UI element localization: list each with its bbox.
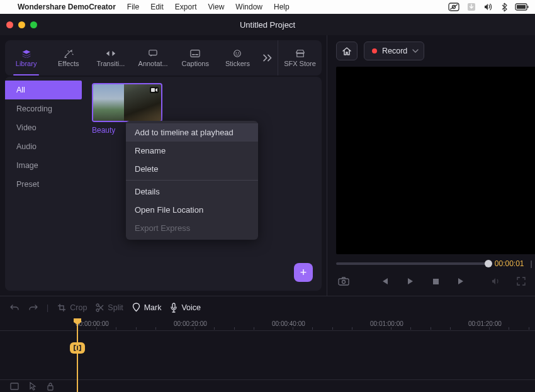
svg-point-9 [234, 50, 241, 57]
more-arrows-icon [263, 53, 273, 62]
svg-rect-18 [172, 303, 175, 308]
tab-stickers[interactable]: Stickers [217, 40, 259, 76]
svg-point-11 [238, 52, 239, 53]
cursor-icon[interactable] [29, 382, 37, 391]
menu-export[interactable]: Export [175, 3, 197, 11]
bluetooth-icon[interactable] [501, 3, 507, 12]
ruler-minor-tick [431, 327, 431, 330]
menu-file[interactable]: File [127, 3, 139, 11]
step-forward-icon [457, 277, 465, 285]
stop-button[interactable] [428, 274, 443, 289]
time-separator: | [531, 259, 532, 268]
updates-icon[interactable] [467, 3, 476, 11]
split-label: Split [108, 303, 123, 312]
menu-edit[interactable]: Edit [150, 3, 164, 11]
tab-effects[interactable]: Effects [47, 40, 89, 76]
svg-rect-6 [527, 6, 529, 8]
fullscreen-button[interactable] [514, 274, 529, 289]
ruler-minor-tick [254, 327, 254, 330]
ruler-minor-tick [116, 327, 116, 330]
mark-label: Mark [144, 303, 162, 312]
menu-view[interactable]: View [208, 3, 225, 11]
tab-sfx-store[interactable]: SFX Store [278, 40, 322, 76]
scrubber-knob[interactable] [485, 260, 492, 267]
tab-transitions-label: Transiti... [97, 60, 125, 67]
ruler-tick: 00:01:20:00 [468, 320, 502, 327]
mark-button[interactable]: Mark [132, 303, 162, 312]
crop-button[interactable]: Crop [57, 303, 87, 312]
snapshot-button[interactable] [336, 274, 351, 289]
record-dot-icon [372, 48, 377, 53]
ctx-details[interactable]: Details [126, 182, 258, 201]
sfx-store-icon [295, 49, 305, 58]
svg-rect-19 [11, 383, 18, 389]
ruler-minor-tick [509, 327, 509, 330]
timeline-footer [0, 379, 535, 392]
bracket-icon [73, 345, 82, 351]
next-frame-button[interactable] [453, 274, 468, 289]
volume-icon[interactable] [483, 3, 493, 11]
preview-canvas[interactable] [336, 67, 535, 254]
ruler-tick: 00:00:40:00 [272, 320, 305, 327]
tab-transitions[interactable]: Transiti... [89, 40, 132, 76]
split-button[interactable]: Split [96, 303, 123, 312]
clip-context-menu: Add to timeline at playhead Rename Delet… [126, 121, 258, 240]
sidebar-item-video[interactable]: Video [5, 118, 86, 137]
sidebar-item-image[interactable]: Image [5, 156, 86, 175]
tab-captions-label: Captions [182, 60, 209, 67]
crop-label: Crop [70, 303, 87, 312]
prev-frame-button[interactable] [378, 274, 393, 289]
sidebar-item-preset[interactable]: Preset [5, 175, 86, 194]
window-titlebar: Untitled Project [0, 14, 535, 35]
play-button[interactable] [403, 274, 418, 289]
mic-icon [170, 303, 177, 313]
redo-button[interactable] [28, 303, 38, 312]
sidebar-item-audio[interactable]: Audio [5, 137, 86, 156]
record-label: Record [382, 47, 407, 55]
mute-button[interactable] [488, 274, 504, 289]
add-media-button[interactable]: + [294, 263, 313, 282]
sidebar-item-recording[interactable]: Recording [5, 99, 86, 118]
clip-thumbnail[interactable] [92, 83, 162, 122]
voice-button[interactable]: Voice [170, 303, 201, 313]
ctx-add-to-timeline[interactable]: Add to timeline at playhead [126, 123, 258, 142]
window-minimize-button[interactable] [18, 21, 25, 28]
undo-button[interactable] [10, 303, 20, 312]
tab-library[interactable]: Library [5, 40, 47, 76]
zoom-fit-icon[interactable] [10, 383, 19, 390]
menu-help[interactable]: Help [274, 3, 290, 11]
lock-icon[interactable] [47, 382, 54, 391]
sidebar-item-all[interactable]: All [5, 81, 82, 99]
tab-stickers-label: Stickers [225, 60, 250, 67]
screenrec-icon[interactable] [448, 3, 459, 11]
battery-icon[interactable] [515, 3, 529, 11]
playhead-badge[interactable] [70, 342, 85, 354]
tab-more[interactable] [259, 40, 278, 76]
ruler-minor-tick [450, 327, 451, 330]
timeline-playhead[interactable] [77, 318, 78, 392]
menu-window[interactable]: Window [235, 3, 262, 11]
play-icon [407, 277, 414, 285]
ruler-tick: 00:00:20:00 [174, 320, 207, 327]
tab-sfx-label: SFX Store [284, 60, 316, 67]
svg-rect-7 [149, 50, 157, 55]
tab-captions[interactable]: Captions [174, 40, 217, 76]
ctx-delete[interactable]: Delete [126, 160, 258, 178]
window-zoom-button[interactable] [30, 21, 37, 28]
timeline[interactable]: 00:00:00:00 00:00:20:00 00:00:40:00 00:0… [0, 318, 535, 392]
voice-label: Voice [181, 303, 201, 312]
tab-annotations[interactable]: Annotat... [132, 40, 174, 76]
ctx-rename[interactable]: Rename [126, 142, 258, 160]
effects-icon [64, 49, 74, 58]
chevron-down-icon [412, 49, 419, 53]
timeline-toolbar: | Crop Split Mark Voice [0, 296, 535, 318]
stickers-icon [232, 49, 242, 58]
window-close-button[interactable] [6, 21, 13, 28]
home-button[interactable] [336, 42, 358, 60]
app-name[interactable]: Wondershare DemoCreator [18, 3, 116, 11]
ctx-open-file-location[interactable]: Open File Location [126, 201, 258, 219]
preview-scrubber[interactable] [336, 262, 488, 265]
svg-point-10 [236, 52, 237, 53]
ctx-export-express: Export Express [126, 219, 258, 237]
record-button[interactable]: Record [364, 42, 424, 60]
